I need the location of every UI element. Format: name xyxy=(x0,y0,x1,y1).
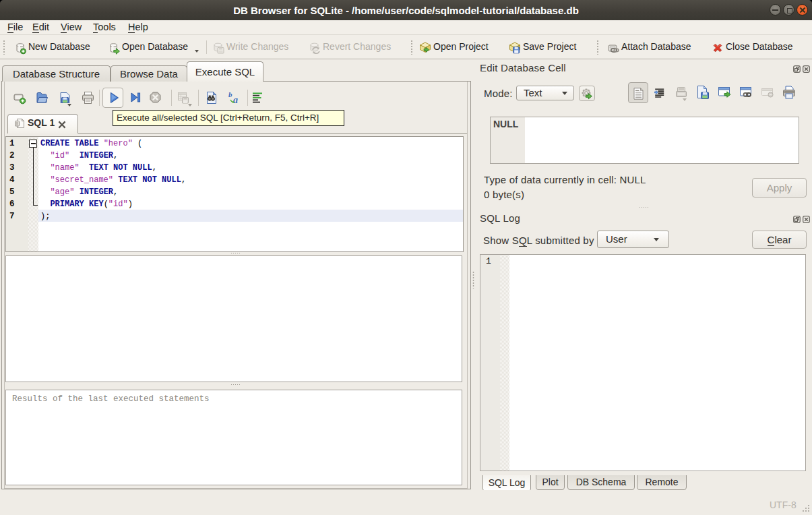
svg-text:b: b xyxy=(228,91,232,98)
svg-text:a: a xyxy=(233,95,238,104)
